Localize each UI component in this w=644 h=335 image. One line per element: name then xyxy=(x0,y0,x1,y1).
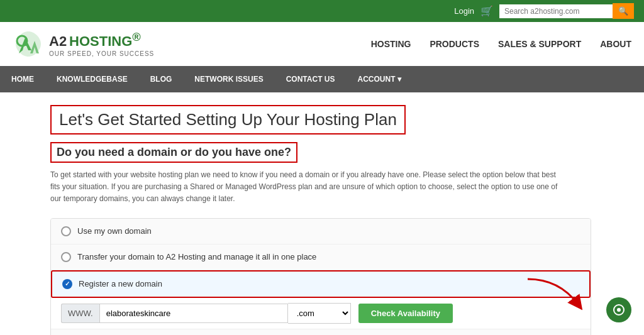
nav-contact-us[interactable]: CONTACT US xyxy=(275,66,347,92)
radio-own xyxy=(61,226,71,236)
svg-point-2 xyxy=(617,308,621,312)
check-availability-button[interactable]: Check Availability xyxy=(358,304,453,323)
nav-sales-support[interactable]: SALES & SUPPORT xyxy=(498,39,581,49)
option-register-label: Register a new domain xyxy=(79,279,162,288)
www-label: WWW. xyxy=(61,304,99,323)
domain-name-input[interactable] xyxy=(99,304,288,323)
nav-knowledgebase[interactable]: KNOWLEDGEBASE xyxy=(45,66,139,92)
radio-transfer xyxy=(61,252,71,262)
nav-hosting[interactable]: HOSTING xyxy=(371,39,411,49)
logo-icon xyxy=(13,28,44,60)
option-register-domain[interactable]: Register a new domain xyxy=(51,270,591,298)
login-link[interactable]: Login xyxy=(454,6,474,16)
arrow-to-check xyxy=(521,273,591,317)
option-transfer-label: Transfer your domain to A2 Hosting and m… xyxy=(77,252,316,261)
options-container: Use my own domain Transfer your domain t… xyxy=(50,218,591,335)
option-temp-domain[interactable]: Use a temporary domain from A2 Hosting xyxy=(51,329,591,335)
main-content: Let's Get Started Setting Up Your Hostin… xyxy=(0,92,644,335)
secondary-nav: HOME KNOWLEDGEBASE BLOG NETWORK ISSUES C… xyxy=(0,66,644,92)
chat-icon xyxy=(613,304,625,316)
cart-icon[interactable]: 🛒 xyxy=(480,5,493,17)
tld-select[interactable]: .com .net .org .info .biz xyxy=(288,303,351,324)
page-subtitle: Do you need a domain or do you have one? xyxy=(50,142,297,163)
logo-text: A2 HOSTING® OUR SPEED, YOUR SUCCESS xyxy=(49,30,154,58)
page-description: To get started with your website hosting… xyxy=(50,169,566,206)
nav-network-issues[interactable]: NETWORK ISSUES xyxy=(183,66,274,92)
logo-hosting: HOSTING® xyxy=(69,33,141,49)
search-button[interactable]: 🔍 xyxy=(613,3,634,19)
logo-area: A2 HOSTING® OUR SPEED, YOUR SUCCESS xyxy=(13,28,154,60)
top-bar: Login 🛒 🔍 xyxy=(0,0,644,22)
nav-about[interactable]: ABOUT xyxy=(600,39,631,49)
header: A2 HOSTING® OUR SPEED, YOUR SUCCESS HOST… xyxy=(0,22,644,66)
radio-register xyxy=(62,279,72,289)
option-transfer-domain[interactable]: Transfer your domain to A2 Hosting and m… xyxy=(51,244,591,270)
logo-tagline: OUR SPEED, YOUR SUCCESS xyxy=(49,50,154,58)
search-form: 🔍 xyxy=(499,3,634,19)
domain-input-row: WWW. .com .net .org .info .biz Check Ava… xyxy=(51,298,591,329)
nav-account[interactable]: ACCOUNT ▾ xyxy=(346,66,412,92)
bottom-right-icon[interactable] xyxy=(606,297,631,322)
logo-a2: A2 xyxy=(49,33,67,49)
main-nav: HOSTING PRODUCTS SALES & SUPPORT ABOUT xyxy=(371,39,631,49)
nav-blog[interactable]: BLOG xyxy=(139,66,184,92)
option-own-domain[interactable]: Use my own domain xyxy=(51,219,591,244)
page-title: Let's Get Started Setting Up Your Hostin… xyxy=(50,105,406,135)
nav-home[interactable]: HOME xyxy=(0,66,45,92)
option-own-label: Use my own domain xyxy=(77,226,152,236)
search-input[interactable] xyxy=(499,4,613,18)
nav-products[interactable]: PRODUCTS xyxy=(430,39,479,49)
